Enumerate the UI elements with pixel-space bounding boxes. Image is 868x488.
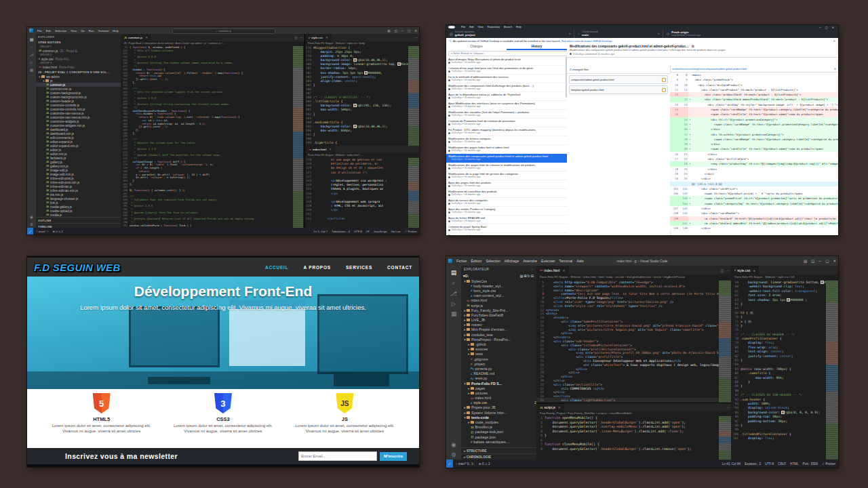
menu-item[interactable]: Help [514,26,524,28]
tree-item[interactable]: ▸FuryTubes-SiteFait8 [461,312,536,317]
git-branch-indicator[interactable]: ⑂ main* 0↓ 1↑ [456,462,475,466]
tree-item[interactable]: package.json [461,434,536,439]
timeline-section[interactable]: TIMELINE [36,223,121,228]
tree-item[interactable]: tests.py [461,376,536,381]
current-repository-button[interactable]: ▤ Current repositorygekofi_project ▾ [446,29,574,38]
search-icon[interactable]: ⌕ [31,45,33,49]
tab-index-html[interactable]: index.html✕ [305,146,335,153]
commit-item[interactable]: Modifications des pages html de création… [446,163,567,171]
menu-item[interactable]: Terminal [557,259,575,263]
remote-indicator-icon[interactable]: ⤢ [27,228,33,235]
close-button[interactable]: ✕ [831,259,838,263]
maximize-button[interactable]: ▢ [823,259,831,263]
explorer-icon[interactable]: ▤ [30,37,33,41]
tree-item[interactable]: ▾Porte-Folio FD S... [461,381,536,386]
newsletter-email-input[interactable] [298,451,377,461]
commit-item[interactable]: Modifications des composants gekofi-prod… [446,154,567,163]
commit-item[interactable]: Ajout d'images Sega Marcadona et photo d… [446,57,567,66]
menu-item[interactable]: Édition [469,259,484,263]
menu-item[interactable]: Branch [502,26,514,28]
tree-item[interactable]: ▸node_modules [461,420,536,424]
menu-item[interactable]: File [459,26,467,28]
more-actions-icon[interactable]: ⋯ [414,36,419,39]
tree-item[interactable]: ▸modules_lexe [461,332,536,337]
layout-toggle-icon[interactable]: ▤ [385,29,392,33]
command-center-search[interactable]: ⌕ common.js [172,28,275,34]
maximize-button[interactable]: ▢ [406,29,412,33]
menu-item[interactable]: Repository [486,26,502,28]
tree-item[interactable]: Brouillon.js [461,425,536,430]
account-icon[interactable]: ◉ [451,441,456,448]
commit-item[interactable]: De la la méthode d'additionnement des se… [446,75,567,83]
tree-item[interactable]: ▾tests-code [461,415,536,420]
menu-item[interactable]: Help [111,29,121,33]
minimize-button[interactable]: ─ [816,259,823,263]
status-item[interactable]: Tabulations : 4 [332,230,350,233]
status-item[interactable]: Espaces : 2 [745,462,761,466]
menu-item[interactable]: Affichage [502,259,521,263]
tree-item[interactable]: .project [461,361,536,366]
tree-item[interactable]: .gitignore [461,357,536,361]
more-actions-icon[interactable]: ⋯ [725,406,731,409]
code-editor-common-js[interactable]: 11( function( $, window, undefined ) {44… [121,46,293,228]
split-editor-icon[interactable]: ◫ [293,36,298,39]
tree-item[interactable]: package-lock.json [461,430,536,434]
minimap-index-html[interactable] [719,281,731,403]
menu-item[interactable]: Exécuter [539,259,557,263]
maximize-button[interactable]: ▢ [823,26,830,29]
close-button[interactable]: ✕ [830,26,836,29]
nav-link[interactable]: A PROPOS [303,265,330,270]
git-branch-indicator[interactable]: ⑂ main* ⟳ [36,230,48,233]
compare-branch-input[interactable]: ⊲ Select Branch to Compare... [448,51,569,56]
nav-link[interactable]: ACCUEIL [265,265,289,270]
folder-section-header[interactable]: JS : PROJET EVAL 1 CONCEPTION D'UNE SOL.… [36,69,121,75]
split-editor-icon[interactable]: ◫ [719,268,725,272]
minimap-group3[interactable] [408,158,419,228]
tree-item[interactable]: ▸.github [461,342,536,346]
tab-index-html[interactable]: index.html✕ [536,266,569,274]
collapse-icon[interactable]: ⊟ [531,274,534,278]
status-item[interactable]: ✓ Prettier [822,462,835,466]
tab-style-css[interactable]: style.css✕ [305,34,332,41]
tree-item[interactable]: ▸System Volume Infor... [461,410,536,415]
code-editor-index-html[interactable]: 5 <meta http-equiv="X-UA-Compatible" con… [536,281,719,403]
breadcrumb-script-js[interactable]: Fury-Family_Project › Fury-Family_WebSit… [536,411,734,416]
tree-item[interactable]: form_style.css [461,288,536,293]
minimap-group1[interactable] [293,46,303,228]
diff-view[interactable]: src\main\resources\templates\composants\… [670,66,838,235]
menu-item[interactable]: Edit [467,26,476,28]
minimap-group2[interactable] [408,46,419,146]
commit-item[interactable]: Ajout de la dépendance extras.js, additi… [446,92,567,101]
nav-link[interactable]: CONTACT [387,265,412,270]
structure-section[interactable]: ▸STRUCTURE [461,447,536,453]
breadcrumb-index-html[interactable]: Porte-Folio FD Seguin - Website › index.… [536,274,734,280]
tab-changes[interactable]: Changes [446,43,507,50]
breadcrumb-group2[interactable]: Porte-Folio FD Seguin : Website › style.… [305,41,419,46]
tree-item[interactable]: body-header_styl... [461,283,536,288]
commit-item[interactable]: Ajout des pages html des produits DuDuKy… [446,180,567,189]
close-tab-icon[interactable]: ✕ [562,268,565,272]
tree-item[interactable]: ▸tests [461,352,536,357]
current-branch-button[interactable]: ⑂ Current branchmain ▾ [574,29,663,38]
menu-item[interactable]: Aide [574,259,585,263]
breadcrumb-style-css[interactable]: Porte-Folio FD Seguin - Website › style.… [731,274,838,280]
commit-item[interactable]: Modification des pages Index.html et adm… [446,145,567,154]
breadcrumb-group3[interactable]: Porte-Folio FD Seguin : Website › index.… [305,153,419,158]
tree-item[interactable]: ▸LIVE_JB [461,318,536,323]
more-actions-icon[interactable]: ⋯ [299,36,304,39]
commit-item[interactable]: Modification des variables (liste de l'o… [446,110,567,119]
commit-item[interactable]: Modification du contrôleur des produits … [446,189,567,198]
commit-item[interactable]: Premier commit du projet DuDuKyu • 16 mo… [446,233,567,235]
problems-indicator[interactable]: ⊗ 0 ⚠ 2 [52,230,62,233]
nav-link[interactable]: SERVICES [346,265,372,270]
status-item[interactable]: UTF-8 [354,230,362,233]
breadcrumb-group1[interactable]: JS : Projet Eval 1 Conception d'une solu… [121,41,296,46]
commit-item[interactable]: Création du projet Spring Boot DuDuKyu •… [446,224,567,233]
tree-item[interactable]: index.html [461,396,536,401]
code-editor-style-css[interactable]: 176#biggestSubSection {177 margin: 25px … [305,46,408,146]
site-logo[interactable]: F.D SEGUIN WEB [34,262,121,273]
code-editor-style-css[interactable]: 59 background: linear-gradient(to bottom… [731,281,826,460]
tree-item[interactable]: ▸Fury_Family_Site-Prê... [461,308,536,312]
tree-item[interactable]: ▸sources [461,347,536,352]
menu-item[interactable]: Atteindre [521,259,539,263]
